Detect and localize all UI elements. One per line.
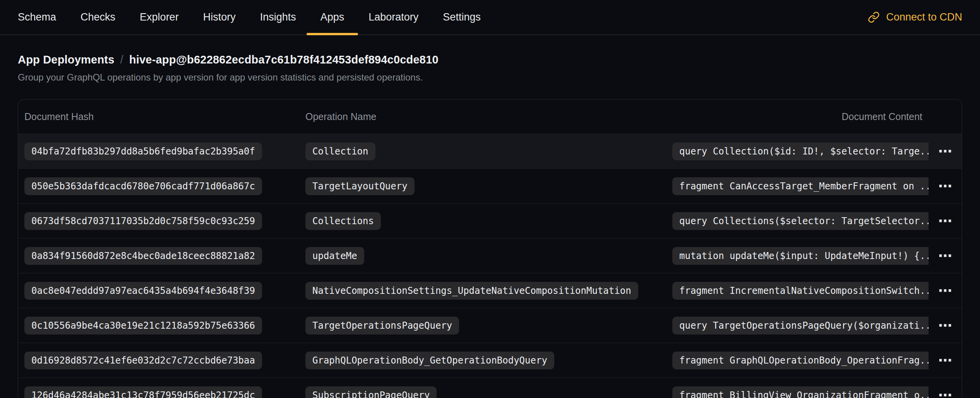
table-row[interactable]: 0c10556a9be4ca30e19e21c1218a592b75e63366…	[18, 308, 962, 343]
document-content: fragment BillingView_OrganizationFragmen…	[672, 386, 929, 398]
row-menu-button[interactable]: ⋯	[938, 353, 952, 367]
table-row[interactable]: 0673df58cd7037117035b2d0c758f59c0c93c259…	[18, 203, 962, 238]
tab-history[interactable]: History	[203, 0, 236, 34]
ellipsis-icon: ⋯	[938, 353, 952, 367]
operation-name: GraphQLOperationBody_GetOperationBodyQue…	[305, 352, 554, 369]
table-row[interactable]: 126d46a4284abe31c13c78f7959d56eeb21725dc…	[18, 377, 962, 398]
tab-apps[interactable]: Apps	[320, 0, 344, 34]
tab-settings[interactable]: Settings	[443, 0, 481, 34]
document-hash: 0673df58cd7037117035b2d0c758f59c0c93c259	[24, 212, 262, 230]
document-content: fragment GraphQLOperationBody_OperationF…	[672, 352, 929, 369]
document-hash: 0c10556a9be4ca30e19e21c1218a592b75e63366	[24, 317, 262, 335]
column-header-document-hash: Document Hash	[18, 111, 299, 122]
breadcrumb-separator: /	[120, 53, 123, 66]
connect-to-cdn-button[interactable]: Connect to CDN	[868, 0, 962, 34]
operation-name: Collection	[305, 142, 375, 160]
row-menu-button[interactable]: ⋯	[938, 284, 952, 298]
ellipsis-icon: ⋯	[938, 249, 952, 263]
document-hash: 0d16928d8572c41ef6e032d2c7c72ccbd6e73baa	[24, 352, 262, 369]
column-header-document-content: Document Content	[666, 111, 929, 122]
ellipsis-icon: ⋯	[938, 179, 952, 193]
operation-name: Collections	[305, 212, 381, 230]
document-content: query TargetOperationsPageQuery($organiz…	[672, 317, 929, 335]
document-content: query Collection($id: ID!, $selector: Ta…	[672, 142, 929, 160]
document-content: mutation updateMe($input: UpdateMeInput!…	[672, 247, 929, 265]
row-menu-button[interactable]: ⋯	[938, 214, 952, 228]
row-menu-button[interactable]: ⋯	[938, 388, 952, 398]
ellipsis-icon: ⋯	[938, 388, 952, 398]
ellipsis-icon: ⋯	[938, 144, 952, 158]
table-row[interactable]: 0ac8e047eddd97a97eac6435a4b694f4e3648f39…	[18, 273, 962, 308]
operation-name: SubscriptionPageQuery	[305, 386, 437, 398]
row-menu-button[interactable]: ⋯	[938, 144, 952, 158]
main-content: App Deployments / hive-app@b622862ecdba7…	[0, 53, 980, 398]
table-row[interactable]: 050e5b363dafdcacd6780e706cadf771d06a867c…	[18, 168, 962, 203]
tab-checks[interactable]: Checks	[81, 0, 115, 34]
tab-insights[interactable]: Insights	[260, 0, 296, 34]
ellipsis-icon: ⋯	[938, 214, 952, 228]
row-menu-button[interactable]: ⋯	[938, 179, 952, 193]
document-hash: 050e5b363dafdcacd6780e706cadf771d06a867c	[24, 177, 262, 195]
document-content: fragment CanAccessTarget_MemberFragment …	[672, 177, 929, 195]
nav-tabs: Schema Checks Explorer History Insights …	[18, 0, 481, 34]
row-menu-button[interactable]: ⋯	[938, 319, 952, 333]
operation-name: TargetOperationsPageQuery	[305, 317, 459, 335]
row-menu-button[interactable]: ⋯	[938, 249, 952, 263]
tab-explorer[interactable]: Explorer	[140, 0, 179, 34]
tab-laboratory[interactable]: Laboratory	[368, 0, 418, 34]
document-content: fragment IncrementalNativeCompositionSwi…	[672, 282, 929, 300]
top-nav: Schema Checks Explorer History Insights …	[0, 0, 980, 35]
deployments-table: Document Hash Operation Name Document Co…	[18, 99, 962, 398]
link-icon	[868, 11, 880, 23]
page-subtitle: Group your GraphQL operations by app ver…	[18, 72, 962, 83]
column-header-operation-name: Operation Name	[299, 111, 666, 122]
breadcrumb: App Deployments / hive-app@b622862ecdba7…	[18, 53, 962, 66]
page-title: hive-app@b622862ecdba7c61b78f412453def89…	[129, 53, 439, 66]
connect-to-cdn-label: Connect to CDN	[886, 11, 962, 23]
breadcrumb-app-deployments[interactable]: App Deployments	[18, 53, 115, 66]
table-row[interactable]: 0a834f91560d872e8c4bec0ade18ceec88821a82…	[18, 238, 962, 273]
operation-name: TargetLayoutQuery	[305, 177, 415, 195]
document-content: query Collections($selector: TargetSelec…	[672, 212, 929, 230]
tab-schema[interactable]: Schema	[18, 0, 56, 34]
document-hash: 126d46a4284abe31c13c78f7959d56eeb21725dc	[24, 386, 262, 398]
table-row[interactable]: 0d16928d8572c41ef6e032d2c7c72ccbd6e73baa…	[18, 343, 962, 377]
document-hash: 0a834f91560d872e8c4bec0ade18ceec88821a82	[24, 247, 262, 265]
operation-name: NativeCompositionSettings_UpdateNativeCo…	[305, 282, 638, 300]
operation-name: updateMe	[305, 247, 364, 265]
table-row[interactable]: 04bfa72dfb83b297dd8a5b6fed9bafac2b395a0f…	[18, 134, 962, 168]
table-header-row: Document Hash Operation Name Document Co…	[18, 100, 962, 134]
document-hash: 04bfa72dfb83b297dd8a5b6fed9bafac2b395a0f	[24, 142, 262, 160]
document-hash: 0ac8e047eddd97a97eac6435a4b694f4e3648f39	[24, 282, 262, 300]
ellipsis-icon: ⋯	[938, 319, 952, 333]
ellipsis-icon: ⋯	[938, 284, 952, 298]
